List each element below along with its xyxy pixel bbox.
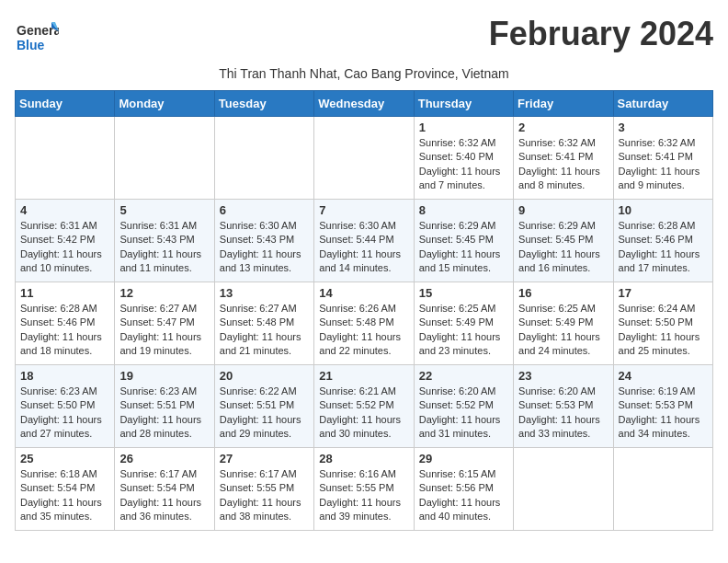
day-info: Sunrise: 6:23 AM Sunset: 5:50 PM Dayligh… bbox=[20, 385, 109, 442]
header: General Blue February 2024 bbox=[15, 15, 713, 63]
col-header-thursday: Thursday bbox=[414, 91, 513, 117]
day-number: 28 bbox=[319, 452, 408, 465]
calendar-cell-w3-d3: 21Sunrise: 6:21 AM Sunset: 5:52 PM Dayli… bbox=[314, 365, 414, 448]
day-number: 24 bbox=[619, 369, 708, 383]
day-number: 20 bbox=[220, 369, 309, 383]
day-number: 6 bbox=[220, 203, 309, 217]
calendar-cell-w1-d5: 9Sunrise: 6:29 AM Sunset: 5:45 PM Daylig… bbox=[514, 200, 613, 282]
day-number: 15 bbox=[419, 286, 508, 300]
calendar-cell-w2-d0: 11Sunrise: 6:28 AM Sunset: 5:46 PM Dayli… bbox=[16, 282, 115, 365]
col-header-monday: Monday bbox=[115, 91, 214, 117]
calendar-cell-w1-d3: 7Sunrise: 6:30 AM Sunset: 5:44 PM Daylig… bbox=[314, 200, 414, 282]
page-title: February 2024 bbox=[489, 15, 713, 53]
day-info: Sunrise: 6:29 AM Sunset: 5:45 PM Dayligh… bbox=[518, 219, 608, 276]
day-info: Sunrise: 6:24 AM Sunset: 5:50 PM Dayligh… bbox=[619, 302, 708, 359]
calendar-cell-w0-d1 bbox=[115, 117, 214, 200]
day-info: Sunrise: 6:19 AM Sunset: 5:53 PM Dayligh… bbox=[619, 385, 708, 442]
calendar-cell-w2-d5: 16Sunrise: 6:25 AM Sunset: 5:49 PM Dayli… bbox=[514, 282, 613, 365]
day-number: 13 bbox=[220, 286, 309, 300]
day-number: 7 bbox=[319, 203, 408, 217]
day-info: Sunrise: 6:20 AM Sunset: 5:53 PM Dayligh… bbox=[518, 385, 608, 442]
calendar-cell-w2-d6: 17Sunrise: 6:24 AM Sunset: 5:50 PM Dayli… bbox=[613, 282, 712, 365]
day-number: 23 bbox=[518, 369, 608, 383]
day-info: Sunrise: 6:15 AM Sunset: 5:56 PM Dayligh… bbox=[419, 467, 508, 524]
calendar-cell-w4-d6 bbox=[613, 448, 712, 531]
day-info: Sunrise: 6:29 AM Sunset: 5:45 PM Dayligh… bbox=[419, 219, 508, 276]
day-number: 5 bbox=[119, 203, 209, 217]
logo-graphic: General Blue bbox=[15, 15, 59, 63]
day-info: Sunrise: 6:30 AM Sunset: 5:43 PM Dayligh… bbox=[220, 219, 309, 276]
day-number: 2 bbox=[518, 121, 608, 134]
calendar-cell-w1-d1: 5Sunrise: 6:31 AM Sunset: 5:43 PM Daylig… bbox=[115, 200, 214, 282]
calendar-table: SundayMondayTuesdayWednesdayThursdayFrid… bbox=[15, 90, 713, 531]
calendar-cell-w0-d2 bbox=[214, 117, 313, 200]
calendar-cell-w1-d4: 8Sunrise: 6:29 AM Sunset: 5:45 PM Daylig… bbox=[414, 200, 513, 282]
calendar-cell-w4-d2: 27Sunrise: 6:17 AM Sunset: 5:55 PM Dayli… bbox=[214, 448, 313, 531]
day-info: Sunrise: 6:25 AM Sunset: 5:49 PM Dayligh… bbox=[518, 302, 608, 359]
logo: General Blue bbox=[15, 15, 59, 63]
day-number: 3 bbox=[619, 121, 708, 134]
day-info: Sunrise: 6:28 AM Sunset: 5:46 PM Dayligh… bbox=[619, 219, 708, 276]
day-info: Sunrise: 6:32 AM Sunset: 5:41 PM Dayligh… bbox=[619, 136, 708, 193]
col-header-wednesday: Wednesday bbox=[314, 91, 414, 117]
calendar-cell-w0-d0 bbox=[16, 117, 115, 200]
day-number: 16 bbox=[518, 286, 608, 300]
svg-text:Blue: Blue bbox=[17, 38, 45, 52]
calendar-cell-w2-d2: 13Sunrise: 6:27 AM Sunset: 5:48 PM Dayli… bbox=[214, 282, 313, 365]
calendar-cell-w4-d3: 28Sunrise: 6:16 AM Sunset: 5:55 PM Dayli… bbox=[314, 448, 414, 531]
subtitle: Thi Tran Thanh Nhat, Cao Bang Province, … bbox=[15, 66, 713, 81]
day-number: 19 bbox=[119, 369, 209, 383]
day-number: 29 bbox=[419, 452, 508, 465]
day-number: 21 bbox=[319, 369, 408, 383]
day-info: Sunrise: 6:30 AM Sunset: 5:44 PM Dayligh… bbox=[319, 219, 408, 276]
day-number: 9 bbox=[518, 203, 608, 217]
calendar-cell-w3-d6: 24Sunrise: 6:19 AM Sunset: 5:53 PM Dayli… bbox=[613, 365, 712, 448]
day-info: Sunrise: 6:17 AM Sunset: 5:55 PM Dayligh… bbox=[220, 467, 309, 524]
col-header-saturday: Saturday bbox=[613, 91, 712, 117]
calendar-cell-w3-d1: 19Sunrise: 6:23 AM Sunset: 5:51 PM Dayli… bbox=[115, 365, 214, 448]
day-number: 25 bbox=[20, 452, 109, 465]
day-info: Sunrise: 6:32 AM Sunset: 5:40 PM Dayligh… bbox=[419, 136, 508, 193]
day-number: 12 bbox=[119, 286, 209, 300]
day-info: Sunrise: 6:17 AM Sunset: 5:54 PM Dayligh… bbox=[119, 467, 209, 524]
day-info: Sunrise: 6:25 AM Sunset: 5:49 PM Dayligh… bbox=[419, 302, 508, 359]
col-header-sunday: Sunday bbox=[16, 91, 115, 117]
day-info: Sunrise: 6:26 AM Sunset: 5:48 PM Dayligh… bbox=[319, 302, 408, 359]
day-number: 17 bbox=[619, 286, 708, 300]
calendar-cell-w3-d5: 23Sunrise: 6:20 AM Sunset: 5:53 PM Dayli… bbox=[514, 365, 613, 448]
day-number: 4 bbox=[20, 203, 109, 217]
day-info: Sunrise: 6:32 AM Sunset: 5:41 PM Dayligh… bbox=[518, 136, 608, 193]
calendar-cell-w1-d0: 4Sunrise: 6:31 AM Sunset: 5:42 PM Daylig… bbox=[16, 200, 115, 282]
day-info: Sunrise: 6:20 AM Sunset: 5:52 PM Dayligh… bbox=[419, 385, 508, 442]
calendar-cell-w0-d3 bbox=[314, 117, 414, 200]
day-number: 18 bbox=[20, 369, 109, 383]
day-number: 14 bbox=[319, 286, 408, 300]
day-info: Sunrise: 6:27 AM Sunset: 5:47 PM Dayligh… bbox=[119, 302, 209, 359]
day-number: 10 bbox=[619, 203, 708, 217]
calendar-cell-w3-d0: 18Sunrise: 6:23 AM Sunset: 5:50 PM Dayli… bbox=[16, 365, 115, 448]
day-number: 22 bbox=[419, 369, 508, 383]
calendar-cell-w2-d3: 14Sunrise: 6:26 AM Sunset: 5:48 PM Dayli… bbox=[314, 282, 414, 365]
day-number: 11 bbox=[20, 286, 109, 300]
day-number: 8 bbox=[419, 203, 508, 217]
day-info: Sunrise: 6:22 AM Sunset: 5:51 PM Dayligh… bbox=[220, 385, 309, 442]
calendar-cell-w0-d5: 2Sunrise: 6:32 AM Sunset: 5:41 PM Daylig… bbox=[514, 117, 613, 200]
day-info: Sunrise: 6:31 AM Sunset: 5:43 PM Dayligh… bbox=[119, 219, 209, 276]
day-info: Sunrise: 6:23 AM Sunset: 5:51 PM Dayligh… bbox=[119, 385, 209, 442]
day-number: 1 bbox=[419, 121, 508, 134]
calendar-cell-w0-d4: 1Sunrise: 6:32 AM Sunset: 5:40 PM Daylig… bbox=[414, 117, 513, 200]
day-info: Sunrise: 6:21 AM Sunset: 5:52 PM Dayligh… bbox=[319, 385, 408, 442]
calendar-cell-w4-d5 bbox=[514, 448, 613, 531]
calendar-cell-w1-d2: 6Sunrise: 6:30 AM Sunset: 5:43 PM Daylig… bbox=[214, 200, 313, 282]
day-info: Sunrise: 6:31 AM Sunset: 5:42 PM Dayligh… bbox=[20, 219, 109, 276]
calendar-cell-w4-d0: 25Sunrise: 6:18 AM Sunset: 5:54 PM Dayli… bbox=[16, 448, 115, 531]
logo-icon: General Blue bbox=[15, 15, 59, 59]
calendar-cell-w3-d2: 20Sunrise: 6:22 AM Sunset: 5:51 PM Dayli… bbox=[214, 365, 313, 448]
calendar-cell-w0-d6: 3Sunrise: 6:32 AM Sunset: 5:41 PM Daylig… bbox=[613, 117, 712, 200]
day-number: 26 bbox=[119, 452, 209, 465]
calendar-cell-w4-d1: 26Sunrise: 6:17 AM Sunset: 5:54 PM Dayli… bbox=[115, 448, 214, 531]
col-header-tuesday: Tuesday bbox=[214, 91, 313, 117]
calendar-cell-w2-d1: 12Sunrise: 6:27 AM Sunset: 5:47 PM Dayli… bbox=[115, 282, 214, 365]
col-header-friday: Friday bbox=[514, 91, 613, 117]
calendar-cell-w3-d4: 22Sunrise: 6:20 AM Sunset: 5:52 PM Dayli… bbox=[414, 365, 513, 448]
